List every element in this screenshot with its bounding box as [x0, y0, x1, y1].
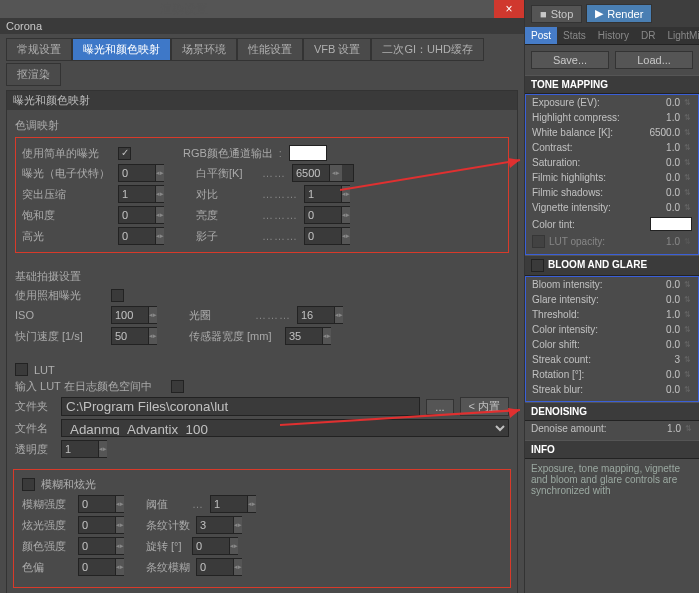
hl-spinner[interactable]: ◂▸ [118, 227, 164, 245]
spinner-icon[interactable]: ⇅ [684, 295, 692, 304]
fstop-spinner[interactable]: ◂▸ [297, 306, 343, 324]
param-value[interactable]: 6500.0 [640, 127, 680, 138]
iso-label: ISO [15, 309, 105, 321]
contrast-spinner[interactable]: ◂▸ [304, 185, 350, 203]
tab-vfb[interactable]: VFB 设置 [303, 38, 371, 61]
spinner-icon[interactable]: ⇅ [684, 340, 692, 349]
lut-browse-button[interactable]: ... [426, 399, 453, 415]
bloom-checkbox[interactable] [22, 478, 35, 491]
tab-stats[interactable]: Stats [557, 27, 592, 44]
sat-spinner[interactable]: ◂▸ [118, 206, 164, 224]
tab-performance[interactable]: 性能设置 [237, 38, 303, 61]
param-value[interactable]: 1.0 [640, 309, 680, 320]
lut-path-field[interactable] [61, 397, 420, 416]
hc-label: 突出压缩 [22, 187, 112, 202]
shadow-spinner[interactable]: ◂▸ [304, 227, 350, 245]
threshold-spinner[interactable]: ◂▸ [210, 495, 256, 513]
color-intensity-spinner[interactable]: ◂▸ [78, 537, 124, 555]
param-value[interactable]: 0.0 [640, 172, 680, 183]
param-value[interactable]: 0.0 [640, 324, 680, 335]
spinner-icon[interactable]: ⇅ [684, 98, 692, 107]
streak-blur-spinner[interactable]: ◂▸ [196, 558, 242, 576]
spinner-icon[interactable]: ⇅ [684, 325, 692, 334]
tab-post[interactable]: Post [525, 27, 557, 44]
spinner-icon[interactable]: ⇅ [684, 173, 692, 182]
spinner-icon[interactable]: ⇅ [684, 385, 692, 394]
simple-exposure-checkbox[interactable] [118, 147, 131, 160]
param-value[interactable]: 1.0 [640, 142, 680, 153]
param-value[interactable]: 0.0 [640, 369, 680, 380]
tone-mapping-header[interactable]: TONE MAPPING [525, 75, 699, 94]
sensor-spinner[interactable]: ◂▸ [285, 327, 331, 345]
exposure-spinner[interactable]: ◂▸ [118, 164, 164, 182]
info-text: Exposure, tone mapping, vignette and blo… [525, 459, 699, 500]
spinner-icon[interactable]: ⇅ [684, 188, 692, 197]
color-shift-spinner[interactable]: ◂▸ [78, 558, 124, 576]
color-tint-swatch[interactable] [650, 217, 692, 231]
param-value[interactable]: 0.0 [640, 97, 680, 108]
spinner-icon[interactable]: ⇅ [684, 143, 692, 152]
param-value[interactable]: 0.0 [640, 202, 680, 213]
spinner-icon[interactable]: ⇅ [685, 424, 693, 433]
rgb-output-swatch[interactable] [289, 145, 327, 161]
param-value[interactable]: 0.0 [640, 339, 680, 350]
tab-history[interactable]: History [592, 27, 635, 44]
close-icon[interactable]: × [494, 0, 524, 18]
lut-checkbox[interactable] [15, 363, 28, 376]
lut-opacity-label: LUT opacity: [549, 236, 636, 247]
bloom-section-checkbox[interactable] [531, 259, 544, 272]
param-value[interactable]: 1.0 [640, 112, 680, 123]
tab-sub[interactable]: 抠渲染 [6, 63, 61, 86]
spinner-icon[interactable]: ⇅ [684, 310, 692, 319]
bright-spinner[interactable]: ◂▸ [304, 206, 350, 224]
spinner-icon[interactable]: ⇅ [684, 203, 692, 212]
spinner-icon[interactable]: ⇅ [684, 237, 692, 246]
tab-dr[interactable]: DR [635, 27, 661, 44]
spinner-icon[interactable]: ⇅ [684, 113, 692, 122]
spinner-icon[interactable]: ⇅ [684, 128, 692, 137]
rotation-spinner[interactable]: ◂▸ [192, 537, 238, 555]
bloom-intensity-spinner[interactable]: ◂▸ [78, 495, 124, 513]
spinner-icon[interactable]: ⇅ [684, 355, 692, 364]
exposure-rollout-header[interactable]: 曝光和颜色映射 [7, 91, 517, 110]
info-header[interactable]: INFO [525, 440, 699, 459]
stop-button[interactable]: ■Stop [531, 5, 582, 23]
use-cam-checkbox[interactable] [111, 289, 124, 302]
spinner-icon[interactable]: ⇅ [684, 280, 692, 289]
glare-intensity-spinner[interactable]: ◂▸ [78, 516, 124, 534]
tab-general[interactable]: 常规设置 [6, 38, 72, 61]
spinner-icon[interactable]: ⇅ [684, 370, 692, 379]
lut-file-select[interactable]: Adanmq_Advantix_100 [61, 419, 509, 437]
denoise-value[interactable]: 1.0 [641, 423, 681, 434]
shutter-spinner[interactable]: ◂▸ [111, 327, 157, 345]
streak-count-spinner[interactable]: ◂▸ [196, 516, 242, 534]
param-value[interactable]: 0.0 [640, 294, 680, 305]
param-label: Filmic shadows: [532, 187, 636, 198]
param-value[interactable]: 0.0 [640, 187, 680, 198]
denoising-header[interactable]: DENOISING [525, 402, 699, 421]
tab-secondary-gi[interactable]: 二次GI：UHD缓存 [371, 38, 483, 61]
lut-builtin-button[interactable]: < 内置 [460, 397, 509, 416]
corona-header[interactable]: Corona [0, 18, 524, 34]
whitebal-spinner[interactable]: ◂▸ [292, 164, 354, 182]
lut-opacity-spinner[interactable]: ◂▸ [61, 440, 107, 458]
param-value[interactable]: 0.0 [640, 384, 680, 395]
param-value[interactable]: 0.0 [640, 157, 680, 168]
iso-spinner[interactable]: ◂▸ [111, 306, 157, 324]
param-value[interactable]: 0.0 [640, 279, 680, 290]
hc-spinner[interactable]: ◂▸ [118, 185, 164, 203]
stop-icon: ■ [540, 8, 547, 20]
lut-opacity-value[interactable]: 1.0 [640, 236, 680, 247]
tab-lightmix[interactable]: LightMix [661, 27, 699, 44]
threshold-label: 阈值 [146, 497, 186, 512]
tab-scene-env[interactable]: 场景环境 [171, 38, 237, 61]
param-value[interactable]: 3 [640, 354, 680, 365]
spinner-icon[interactable]: ⇅ [684, 158, 692, 167]
lut-enable-checkbox[interactable] [532, 235, 545, 248]
load-button[interactable]: Load... [615, 51, 693, 69]
save-button[interactable]: Save... [531, 51, 609, 69]
bloom-glare-header[interactable]: BLOOM AND GLARE [525, 255, 699, 276]
tab-exposure[interactable]: 曝光和颜色映射 [72, 38, 171, 61]
render-button[interactable]: ▶Render [586, 4, 652, 23]
lut-in-checkbox[interactable] [171, 380, 184, 393]
